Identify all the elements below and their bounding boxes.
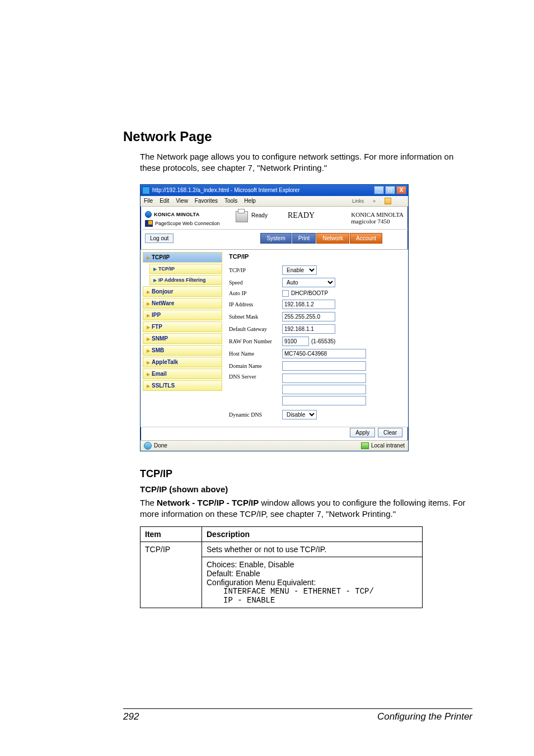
tab-account[interactable]: Account: [350, 233, 382, 244]
nav-tcpip-sub[interactable]: ▶TCP/IP: [149, 264, 222, 274]
nav-snmp[interactable]: ▶SNMP: [143, 333, 222, 344]
label-rawport: RAW Port Number: [229, 338, 282, 344]
label-rawport-range: (1-65535): [311, 338, 335, 344]
logout-button[interactable]: Log out: [145, 234, 174, 243]
th-item: Item: [140, 527, 202, 542]
input-ipaddress[interactable]: [282, 300, 335, 309]
done-icon: [144, 442, 152, 450]
nav-tcpip[interactable]: ▶TCP/IP: [143, 252, 222, 263]
links-label: Links: [352, 198, 364, 204]
input-domain[interactable]: [282, 361, 366, 371]
td-item: TCP/IP: [140, 542, 202, 608]
page-number: 292: [123, 711, 139, 722]
chapter-title: Configuring the Printer: [377, 711, 472, 722]
input-gateway[interactable]: [282, 324, 335, 334]
nav-smb[interactable]: ▶SMB: [143, 345, 222, 356]
content-heading: TCP/IP: [229, 253, 402, 260]
nav-bonjour[interactable]: ▶Bonjour: [143, 286, 222, 297]
maximize-button[interactable]: □: [385, 186, 395, 194]
pagescope-icon: [145, 220, 153, 227]
nav-ip-filtering[interactable]: ▶IP Address Filtering: [149, 275, 222, 285]
ie-icon: [142, 186, 150, 194]
clear-button[interactable]: Clear: [378, 428, 402, 437]
banner: KONICA MINOLTA PageScope Web Connection …: [140, 207, 408, 230]
label-autoip: Auto IP: [229, 290, 282, 296]
printer-icon: [236, 211, 248, 222]
apply-button[interactable]: Apply: [350, 428, 375, 437]
input-dns2[interactable]: [282, 385, 366, 394]
label-dns: DNS Server: [229, 374, 282, 380]
section-heading-tcpip: TCP/IP: [140, 468, 472, 480]
label-hostname: Host Name: [229, 351, 282, 357]
label-domain: Domain Name: [229, 363, 282, 369]
label-speed: Speed: [229, 279, 282, 286]
banner-right-model: magicolor 7450: [351, 218, 404, 225]
menu-file[interactable]: File: [144, 198, 153, 204]
globe-icon: [145, 211, 152, 218]
intro-paragraph: The Network page allows you to configure…: [140, 151, 472, 174]
nav-appletalk[interactable]: ▶AppleTalk: [143, 357, 222, 367]
page-footer: 292 Configuring the Printer: [123, 708, 472, 722]
label-gateway: Default Gateway: [229, 326, 282, 332]
input-rawport[interactable]: [282, 337, 309, 346]
page-heading: Network Page: [123, 129, 472, 144]
links-icon[interactable]: [385, 198, 391, 204]
status-zone: Local intranet: [371, 442, 405, 449]
description-paragraph: The Network - TCP/IP - TCP/IP window all…: [140, 497, 472, 520]
content-panel: TCP/IP TCP/IP Enable Speed Auto Auto IP …: [224, 250, 408, 427]
sidenav: ▶TCP/IP ▶TCP/IP ▶IP Address Filtering ▶B…: [140, 250, 224, 427]
label-ipaddress: IP Address: [229, 301, 282, 307]
select-tcpip[interactable]: Enable: [282, 265, 317, 275]
ready-small: Ready: [251, 212, 268, 218]
select-speed[interactable]: Auto: [282, 278, 335, 287]
browser-window: http://192.168.1.2/a_index.html - Micros…: [140, 184, 409, 451]
td-desc-2: Choices: Enable, Disable Default: Enable…: [202, 557, 423, 608]
input-dns3[interactable]: [282, 396, 366, 405]
titlebar: http://192.168.1.2/a_index.html - Micros…: [140, 185, 408, 196]
pagescope-text: PageScope Web Connection: [155, 221, 219, 226]
brand-logo-text: KONICA MINOLTA: [154, 212, 200, 217]
menu-edit[interactable]: Edit: [160, 198, 169, 204]
menu-favorites[interactable]: Favorites: [195, 198, 218, 204]
status-done: Done: [154, 442, 167, 449]
menu-help[interactable]: Help: [244, 198, 256, 204]
th-description: Description: [202, 527, 423, 542]
checkbox-dhcp[interactable]: [282, 290, 289, 297]
nav-email[interactable]: ▶Email: [143, 368, 222, 379]
input-subnet[interactable]: [282, 312, 335, 321]
subsection-heading: TCP/IP (shown above): [140, 484, 472, 494]
tab-system[interactable]: System: [260, 233, 291, 244]
window-title: http://192.168.1.2/a_index.html - Micros…: [152, 187, 373, 193]
label-tcpip: TCP/IP: [229, 267, 282, 273]
nav-ipp[interactable]: ▶IPP: [143, 310, 222, 320]
td-desc-1: Sets whether or not to use TCP/IP.: [202, 542, 423, 557]
select-ddns[interactable]: Disable: [282, 410, 317, 419]
zone-icon: [361, 442, 369, 449]
input-dns1[interactable]: [282, 374, 366, 383]
label-ddns: Dynamic DNS: [229, 412, 282, 418]
nav-ssl[interactable]: ▶SSL/TLS: [143, 380, 222, 391]
menu-tools[interactable]: Tools: [224, 198, 237, 204]
menubar: File Edit View Favorites Tools Help Link…: [140, 196, 408, 207]
input-hostname[interactable]: [282, 349, 366, 358]
tab-print[interactable]: Print: [292, 233, 316, 244]
ready-big: READY: [288, 211, 315, 220]
nav-netware[interactable]: ▶NetWare: [143, 298, 222, 309]
close-button[interactable]: X: [396, 186, 406, 194]
menu-view[interactable]: View: [176, 198, 188, 204]
label-subnet: Subnet Mask: [229, 314, 282, 320]
minimize-button[interactable]: _: [374, 186, 384, 194]
banner-right-brand: KONICA MINOLTA: [351, 211, 404, 218]
nav-ftp[interactable]: ▶FTP: [143, 321, 222, 332]
label-dhcp-bootp: DHCP/BOOTP: [291, 290, 328, 296]
tab-network[interactable]: Network: [316, 233, 349, 244]
description-table: Item Description TCP/IP Sets whether or …: [140, 526, 423, 608]
